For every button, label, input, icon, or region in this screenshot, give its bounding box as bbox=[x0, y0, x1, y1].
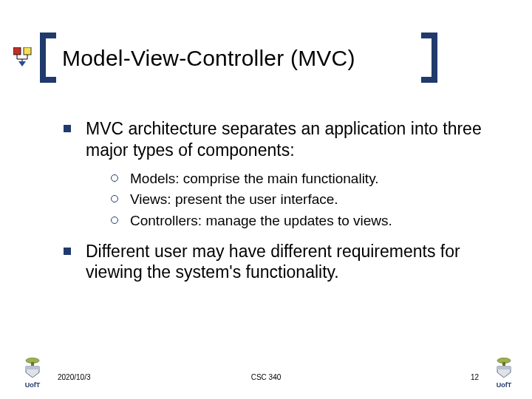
sub-bullet-item: Views: present the user interface. bbox=[111, 191, 488, 209]
bullet-text: MVC architecture separates an applicatio… bbox=[86, 118, 488, 161]
circle-bullet-icon bbox=[111, 216, 118, 224]
sub-bullet-item: Models: comprise the main functionality. bbox=[111, 170, 488, 188]
svg-rect-1 bbox=[24, 47, 31, 55]
sub-bullet-text: Models: comprise the main functionality. bbox=[130, 170, 379, 188]
slide-footer: UofT 2020/10/3 CSC 340 12 UofT bbox=[0, 362, 532, 389]
sub-bullet-text: Views: present the user interface. bbox=[130, 191, 338, 209]
title-bracket-right bbox=[421, 33, 437, 83]
slide-body: MVC architecture separates an applicatio… bbox=[64, 118, 488, 292]
bullet-item: MVC architecture separates an applicatio… bbox=[64, 118, 488, 161]
svg-rect-8 bbox=[31, 362, 34, 366]
uoft-crest-right: UofT bbox=[489, 357, 519, 389]
bullet-text: Different user may have different requir… bbox=[86, 241, 488, 284]
sub-bullet-text: Controllers: manage the updates to views… bbox=[130, 212, 392, 231]
footer-course: CSC 340 bbox=[251, 373, 282, 381]
square-bullet-icon bbox=[64, 248, 71, 255]
bullet-item: Different user may have different requir… bbox=[64, 241, 488, 284]
crest-label: UofT bbox=[18, 381, 47, 389]
sub-bullet-item: Controllers: manage the updates to views… bbox=[111, 212, 488, 231]
svg-rect-10 bbox=[502, 362, 505, 366]
square-bullet-icon bbox=[64, 125, 71, 132]
slide-title: Model-View-Controller (MVC) bbox=[62, 46, 355, 71]
svg-marker-6 bbox=[18, 61, 26, 66]
crest-label: UofT bbox=[489, 381, 519, 389]
circle-bullet-icon bbox=[111, 195, 118, 202]
svg-rect-0 bbox=[13, 47, 21, 55]
sub-bullet-list: Models: comprise the main functionality.… bbox=[111, 170, 488, 231]
circle-bullet-icon bbox=[111, 174, 118, 182]
footer-date: 2020/10/3 bbox=[58, 373, 91, 381]
uoft-crest-left: UofT bbox=[18, 357, 47, 389]
footer-page-number: 12 bbox=[471, 373, 479, 381]
decorative-shapes-icon bbox=[13, 47, 34, 66]
title-bracket-left bbox=[40, 33, 56, 83]
